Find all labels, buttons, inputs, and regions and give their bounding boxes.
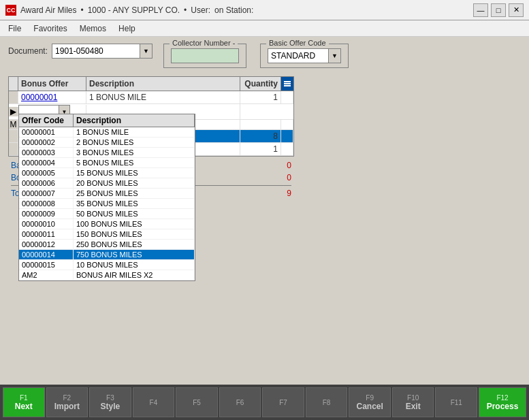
table-header: Bonus Offer Description Quantity	[9, 77, 293, 91]
minimize-button[interactable]: —	[473, 3, 488, 17]
dropdown-item[interactable]: 0000001510 BONUS MILES	[19, 260, 195, 270]
menu-help[interactable]: Help	[113, 22, 141, 35]
bonus-offer-table: Bonus Offer Description Quantity 0000000…	[8, 76, 294, 157]
fkey-f12[interactable]: F12Process	[479, 387, 526, 417]
document-label: Document:	[8, 46, 48, 56]
dropdown-item[interactable]: 0000000620 BONUS MILES	[19, 178, 195, 189]
dropdown-item[interactable]: 0000000515 BONUS MILES	[19, 168, 195, 178]
row-indicator: M	[9, 120, 18, 129]
menu-bar: File Favorites Memos Help	[0, 20, 529, 37]
svg-rect-2	[284, 85, 291, 86]
dropdown-item[interactable]: 000000011 BONUS MILE	[19, 127, 195, 138]
document-dropdown-btn[interactable]: ▼	[140, 44, 153, 59]
cell-quantity: 8	[240, 130, 281, 142]
table-settings-icon[interactable]	[281, 77, 293, 91]
dropdown-item[interactable]: 000000022 BONUS MILES	[19, 138, 195, 148]
bonus-credited-value: 0	[264, 173, 291, 182]
col-bonus-offer: Bonus Offer	[18, 77, 86, 91]
cell-description: 1 BONUS MILE	[86, 91, 240, 103]
dropdown-col-code: Offer Code	[19, 114, 74, 127]
dropdown-item[interactable]: 00000011150 BONUS MILES	[19, 229, 195, 240]
fkey-f4[interactable]: F4	[133, 387, 175, 417]
dropdown-item[interactable]: 0000000950 BONUS MILES	[19, 209, 195, 219]
user-station: on Station:	[214, 5, 253, 15]
row-indicator	[9, 91, 18, 103]
basic-offer-dropdown-btn[interactable]: ▼	[329, 48, 341, 63]
fkey-f9[interactable]: F9Cancel	[349, 387, 391, 417]
cell-bonus-offer[interactable]: 00000001	[18, 91, 86, 103]
title-bar: CC Award Air Miles • 1000 - ANY SUPPLY C…	[0, 0, 529, 20]
fkey-f2[interactable]: F2Import	[46, 387, 89, 417]
total-miles-value: 9	[264, 189, 291, 198]
row-indicator	[9, 130, 18, 142]
col-description: Description	[86, 77, 240, 91]
fkey-f6[interactable]: F6	[219, 387, 261, 417]
form-row: Document: ▼ Collector Number - Basic Off…	[8, 44, 521, 68]
basic-offer-input[interactable]	[268, 48, 329, 63]
collector-number-input[interactable]	[171, 48, 239, 63]
dropdown-item[interactable]: 000000045 BONUS MILES	[19, 158, 195, 168]
table-row[interactable]: 00000001 1 BONUS MILE 1	[9, 91, 293, 104]
col-quantity: Quantity	[240, 77, 281, 91]
svg-rect-1	[284, 83, 291, 84]
dropdown-rows: 000000011 BONUS MILE000000022 BONUS MILE…	[19, 127, 195, 280]
dropdown-item[interactable]: 0000000725 BONUS MILES	[19, 189, 195, 199]
document-input[interactable]	[52, 44, 140, 59]
company-name: 1000 - ANY SUPPLY CO.	[88, 5, 180, 15]
svg-rect-0	[284, 81, 291, 82]
row-indicator	[9, 143, 18, 155]
dropdown-item[interactable]: 00000012250 BONUS MILES	[19, 240, 195, 250]
cell-quantity: 1	[240, 143, 281, 155]
fkey-f3[interactable]: F3Style	[89, 387, 131, 417]
main-content: Document: ▼ Collector Number - Basic Off…	[0, 37, 529, 385]
dropdown-item[interactable]: 0000000835 BONUS MILES	[19, 199, 195, 209]
menu-memos[interactable]: Memos	[74, 22, 112, 35]
fkey-f11[interactable]: F11	[435, 387, 477, 417]
fkey-f1[interactable]: F1Next	[3, 387, 45, 417]
app-icon: CC	[5, 5, 16, 16]
fkey-bar: F1NextF2ImportF3StyleF4F5F6F7F8F9CancelF…	[0, 385, 529, 420]
collector-number-group: Collector Number -	[163, 44, 246, 68]
menu-file[interactable]: File	[3, 22, 27, 35]
dropdown-item[interactable]: 000000033 BONUS MILES	[19, 148, 195, 158]
fkey-f7[interactable]: F7	[262, 387, 304, 417]
dropdown-header: Offer Code Description	[19, 114, 195, 127]
maximize-button[interactable]: □	[491, 3, 506, 17]
document-field-group: Document: ▼	[8, 44, 153, 59]
user-label: User:	[191, 5, 210, 15]
dropdown-item[interactable]: 00000014750 BONUS MILES	[19, 250, 195, 260]
dropdown-item[interactable]: 00000010100 BONUS MILES	[19, 219, 195, 229]
dropdown-col-desc: Description	[74, 114, 195, 127]
close-button[interactable]: ✕	[509, 3, 524, 17]
app-title: Award Air Miles	[20, 5, 76, 15]
fkey-f10[interactable]: F10Exit	[392, 387, 434, 417]
basic-offer-code-group: Basic Offer Code ▼	[260, 44, 349, 68]
collector-number-label: Collector Number -	[170, 39, 238, 47]
cell-quantity: 1	[240, 91, 281, 103]
basic-offer-code-label: Basic Offer Code	[266, 39, 329, 47]
cell-quantity	[240, 120, 281, 129]
offer-code-dropdown: Offer Code Description 000000011 BONUS M…	[18, 114, 195, 281]
dropdown-item[interactable]: AM2BONUS AIR MILES X2	[19, 270, 195, 280]
menu-favorites[interactable]: Favorites	[28, 22, 72, 35]
fkey-f5[interactable]: F5	[176, 387, 218, 417]
fkey-f8[interactable]: F8	[306, 387, 348, 417]
edit-row-indicator: ▶	[9, 107, 18, 116]
basic-credited-value: 0	[264, 161, 291, 170]
